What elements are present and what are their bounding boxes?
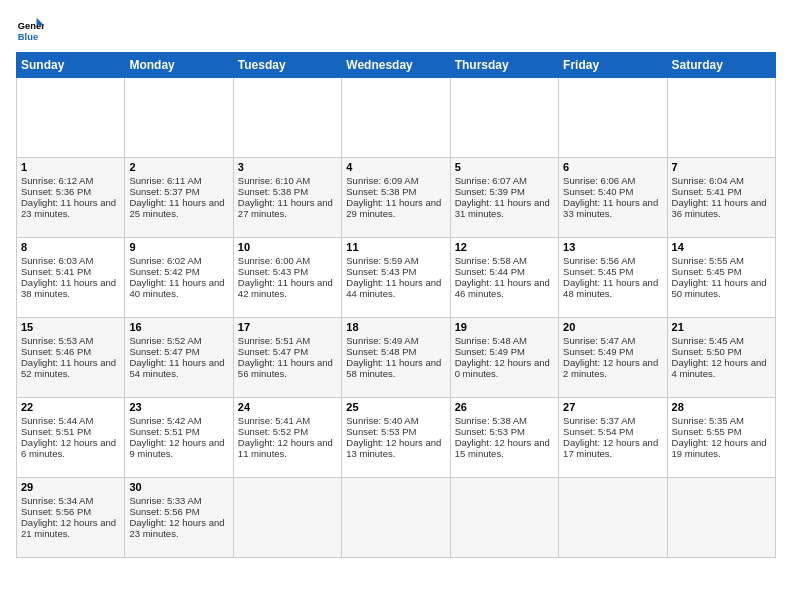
sunrise-text: Sunrise: 5:52 AM — [129, 335, 201, 346]
sunrise-text: Sunrise: 6:09 AM — [346, 175, 418, 186]
sunrise-text: Sunrise: 5:48 AM — [455, 335, 527, 346]
calendar-cell: 26Sunrise: 5:38 AMSunset: 5:53 PMDayligh… — [450, 398, 558, 478]
sunset-text: Sunset: 5:43 PM — [238, 266, 308, 277]
sunset-text: Sunset: 5:56 PM — [21, 506, 91, 517]
daylight-text: Daylight: 12 hours and 21 minutes. — [21, 517, 116, 539]
daylight-text: Daylight: 11 hours and 27 minutes. — [238, 197, 333, 219]
calendar-cell: 12Sunrise: 5:58 AMSunset: 5:44 PMDayligh… — [450, 238, 558, 318]
day-number: 29 — [21, 481, 120, 493]
daylight-text: Daylight: 11 hours and 36 minutes. — [672, 197, 767, 219]
sunrise-text: Sunrise: 6:11 AM — [129, 175, 201, 186]
day-number: 30 — [129, 481, 228, 493]
daylight-text: Daylight: 11 hours and 46 minutes. — [455, 277, 550, 299]
week-row-6: 29Sunrise: 5:34 AMSunset: 5:56 PMDayligh… — [17, 478, 776, 558]
calendar-cell: 7Sunrise: 6:04 AMSunset: 5:41 PMDaylight… — [667, 158, 775, 238]
daylight-text: Daylight: 12 hours and 11 minutes. — [238, 437, 333, 459]
sunrise-text: Sunrise: 5:58 AM — [455, 255, 527, 266]
sunrise-text: Sunrise: 5:56 AM — [563, 255, 635, 266]
calendar-cell: 21Sunrise: 5:45 AMSunset: 5:50 PMDayligh… — [667, 318, 775, 398]
day-number: 14 — [672, 241, 771, 253]
sunset-text: Sunset: 5:47 PM — [129, 346, 199, 357]
day-number: 21 — [672, 321, 771, 333]
sunrise-text: Sunrise: 6:00 AM — [238, 255, 310, 266]
calendar-cell: 2Sunrise: 6:11 AMSunset: 5:37 PMDaylight… — [125, 158, 233, 238]
day-number: 5 — [455, 161, 554, 173]
sunrise-text: Sunrise: 5:59 AM — [346, 255, 418, 266]
sunrise-text: Sunrise: 6:12 AM — [21, 175, 93, 186]
sunset-text: Sunset: 5:46 PM — [21, 346, 91, 357]
day-number: 24 — [238, 401, 337, 413]
daylight-text: Daylight: 11 hours and 58 minutes. — [346, 357, 441, 379]
sunset-text: Sunset: 5:49 PM — [563, 346, 633, 357]
sunset-text: Sunset: 5:38 PM — [346, 186, 416, 197]
daylight-text: Daylight: 11 hours and 44 minutes. — [346, 277, 441, 299]
daylight-text: Daylight: 11 hours and 23 minutes. — [21, 197, 116, 219]
day-number: 13 — [563, 241, 662, 253]
sunrise-text: Sunrise: 6:10 AM — [238, 175, 310, 186]
day-number: 4 — [346, 161, 445, 173]
calendar-cell — [667, 478, 775, 558]
sunrise-text: Sunrise: 6:07 AM — [455, 175, 527, 186]
sunset-text: Sunset: 5:53 PM — [455, 426, 525, 437]
calendar-cell: 30Sunrise: 5:33 AMSunset: 5:56 PMDayligh… — [125, 478, 233, 558]
sunrise-text: Sunrise: 6:04 AM — [672, 175, 744, 186]
daylight-text: Daylight: 11 hours and 56 minutes. — [238, 357, 333, 379]
calendar-cell: 14Sunrise: 5:55 AMSunset: 5:45 PMDayligh… — [667, 238, 775, 318]
calendar-cell: 29Sunrise: 5:34 AMSunset: 5:56 PMDayligh… — [17, 478, 125, 558]
sunset-text: Sunset: 5:36 PM — [21, 186, 91, 197]
week-row-3: 8Sunrise: 6:03 AMSunset: 5:41 PMDaylight… — [17, 238, 776, 318]
calendar-cell — [667, 78, 775, 158]
sunset-text: Sunset: 5:56 PM — [129, 506, 199, 517]
daylight-text: Daylight: 12 hours and 6 minutes. — [21, 437, 116, 459]
sunset-text: Sunset: 5:45 PM — [563, 266, 633, 277]
sunset-text: Sunset: 5:49 PM — [455, 346, 525, 357]
calendar-cell: 13Sunrise: 5:56 AMSunset: 5:45 PMDayligh… — [559, 238, 667, 318]
daylight-text: Daylight: 12 hours and 19 minutes. — [672, 437, 767, 459]
daylight-text: Daylight: 11 hours and 38 minutes. — [21, 277, 116, 299]
day-number: 16 — [129, 321, 228, 333]
daylight-text: Daylight: 11 hours and 29 minutes. — [346, 197, 441, 219]
day-number: 6 — [563, 161, 662, 173]
day-header-saturday: Saturday — [667, 53, 775, 78]
day-number: 20 — [563, 321, 662, 333]
calendar-cell: 11Sunrise: 5:59 AMSunset: 5:43 PMDayligh… — [342, 238, 450, 318]
sunrise-text: Sunrise: 6:03 AM — [21, 255, 93, 266]
daylight-text: Daylight: 12 hours and 23 minutes. — [129, 517, 224, 539]
sunset-text: Sunset: 5:37 PM — [129, 186, 199, 197]
calendar-cell — [450, 478, 558, 558]
calendar-cell: 10Sunrise: 6:00 AMSunset: 5:43 PMDayligh… — [233, 238, 341, 318]
calendar-cell: 19Sunrise: 5:48 AMSunset: 5:49 PMDayligh… — [450, 318, 558, 398]
calendar-cell: 25Sunrise: 5:40 AMSunset: 5:53 PMDayligh… — [342, 398, 450, 478]
day-number: 3 — [238, 161, 337, 173]
day-number: 27 — [563, 401, 662, 413]
calendar-header: SundayMondayTuesdayWednesdayThursdayFrid… — [17, 53, 776, 78]
sunset-text: Sunset: 5:44 PM — [455, 266, 525, 277]
calendar-cell: 17Sunrise: 5:51 AMSunset: 5:47 PMDayligh… — [233, 318, 341, 398]
sunrise-text: Sunrise: 5:45 AM — [672, 335, 744, 346]
logo-icon: General Blue — [16, 16, 44, 44]
sunrise-text: Sunrise: 5:34 AM — [21, 495, 93, 506]
daylight-text: Daylight: 12 hours and 15 minutes. — [455, 437, 550, 459]
sunrise-text: Sunrise: 5:37 AM — [563, 415, 635, 426]
header-row: SundayMondayTuesdayWednesdayThursdayFrid… — [17, 53, 776, 78]
day-number: 22 — [21, 401, 120, 413]
daylight-text: Daylight: 12 hours and 17 minutes. — [563, 437, 658, 459]
daylight-text: Daylight: 11 hours and 42 minutes. — [238, 277, 333, 299]
sunrise-text: Sunrise: 5:53 AM — [21, 335, 93, 346]
day-number: 9 — [129, 241, 228, 253]
sunrise-text: Sunrise: 5:44 AM — [21, 415, 93, 426]
calendar-cell: 6Sunrise: 6:06 AMSunset: 5:40 PMDaylight… — [559, 158, 667, 238]
sunrise-text: Sunrise: 5:47 AM — [563, 335, 635, 346]
sunrise-text: Sunrise: 5:55 AM — [672, 255, 744, 266]
week-row-4: 15Sunrise: 5:53 AMSunset: 5:46 PMDayligh… — [17, 318, 776, 398]
daylight-text: Daylight: 12 hours and 13 minutes. — [346, 437, 441, 459]
day-header-friday: Friday — [559, 53, 667, 78]
day-number: 12 — [455, 241, 554, 253]
sunrise-text: Sunrise: 5:49 AM — [346, 335, 418, 346]
daylight-text: Daylight: 11 hours and 48 minutes. — [563, 277, 658, 299]
sunrise-text: Sunrise: 6:06 AM — [563, 175, 635, 186]
calendar-cell — [233, 478, 341, 558]
day-header-wednesday: Wednesday — [342, 53, 450, 78]
day-header-monday: Monday — [125, 53, 233, 78]
day-number: 15 — [21, 321, 120, 333]
